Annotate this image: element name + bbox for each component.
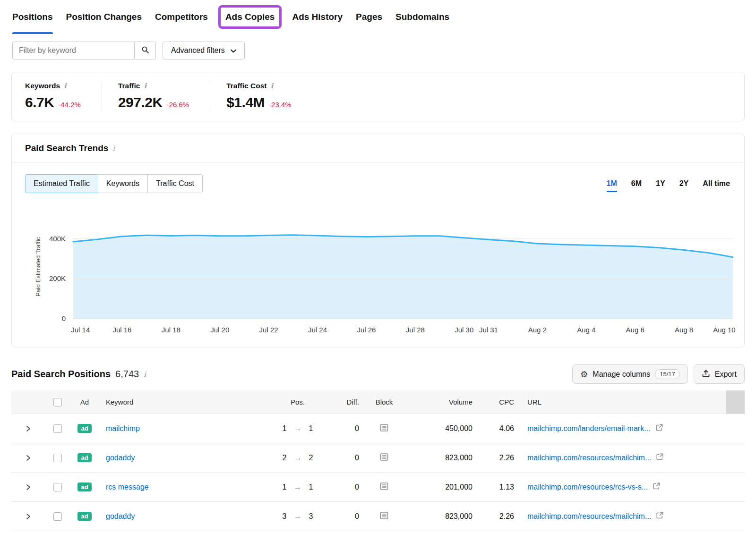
keyword-link[interactable]: mailchimp [99,424,140,433]
columns-count-badge: 15/17 [655,369,680,379]
block-icon[interactable] [379,482,389,493]
search-icon [141,46,149,55]
url-link[interactable]: mailchimp.com/resources/mailchim... [527,512,651,521]
paid-search-trends-card: Paid Search Trends i Estimated Traffic K… [11,134,745,347]
tab-position-changes[interactable]: Position Changes [66,0,142,34]
positions-header: Paid Search Positions 6,743 i ⚙ Manage c… [11,364,745,384]
url-link[interactable]: mailchimp.com/resources/rcs-vs-s... [527,483,648,491]
url-link[interactable]: mailchimp.com/landers/email-mark... [527,424,651,433]
col-header-keyword[interactable]: Keyword [99,398,133,406]
y-tick-label: 400K [49,235,66,243]
toggle-keywords[interactable]: Keywords [98,174,148,193]
tab-pages[interactable]: Pages [356,0,382,34]
block-icon[interactable] [379,511,389,522]
positions-count: 6,743 [115,369,139,380]
col-header-ad[interactable]: Ad [80,398,89,406]
ad-badge: ad [77,424,91,433]
col-header-cpc[interactable]: CPC [499,398,518,406]
keyword-link[interactable]: godaddy [99,454,135,462]
positions-table: Ad Keyword Pos. Diff. Block Volume CPC U… [11,390,745,531]
volume-value: 450,000 [445,424,475,433]
keyword-link[interactable]: godaddy [99,512,135,521]
external-link-icon[interactable] [655,423,663,433]
external-link-icon[interactable] [656,453,664,463]
x-tick-label: Jul 18 [162,326,180,334]
col-header-url[interactable]: URL [518,398,541,406]
tab-subdomains[interactable]: Subdomains [395,0,449,34]
tab-competitors[interactable]: Competitors [155,0,208,34]
export-button[interactable]: Export [694,364,745,384]
x-tick-label: Jul 26 [357,326,376,334]
tab-ads-history[interactable]: Ads History [292,0,343,34]
keyword-filter [12,42,156,59]
info-icon[interactable]: i [144,82,146,90]
search-button[interactable] [134,42,156,59]
range-1y[interactable]: 1Y [656,179,665,188]
range-all-time[interactable]: All time [703,179,730,188]
external-link-icon[interactable] [653,482,661,492]
x-tick-label: Jul 22 [259,326,278,334]
cpc-value: 1.13 [499,483,518,491]
row-checkbox[interactable] [53,512,62,521]
table-row: ad mailchimp 1 → 1 0 450,000 4.06 mailch… [11,414,745,443]
info-icon[interactable]: i [64,82,67,90]
row-checkbox[interactable] [53,424,62,433]
keyword-link[interactable]: rcs message [99,483,149,491]
summary-stats-card: Keywords i 6.7K -44.2% Traffic i 297.2K … [11,72,745,121]
x-tick-label: Jul 14 [71,326,90,334]
stat-keywords-label: Keywords [25,82,60,90]
position-cell: 1 → 1 [269,424,326,433]
trend-chart: Paid Estimated Traffic 400K200K0 [12,215,744,319]
x-tick-label: Aug 2 [528,326,547,334]
position-to: 1 [309,483,313,491]
expand-row-button[interactable] [22,481,35,494]
advanced-filters-button[interactable]: Advanced filters [163,42,245,59]
stat-traffic-value: 297.2K [118,94,163,110]
x-tick-label: Aug 4 [577,326,595,334]
stat-traffic-cost: Traffic Cost i $1.4M -23.4% [210,82,312,110]
tab-ads-copies[interactable]: Ads Copies [218,5,282,29]
export-icon [702,369,710,380]
stat-traffic-change: -26.6% [167,101,189,109]
manage-columns-button[interactable]: ⚙ Manage columns 15/17 [572,364,688,384]
stat-keywords: Keywords i 6.7K -44.2% [25,82,102,110]
range-6m[interactable]: 6M [631,179,642,188]
row-checkbox[interactable] [53,454,62,462]
table-scrollbar[interactable] [726,390,745,414]
block-icon[interactable] [379,452,389,464]
info-icon[interactable]: i [112,144,115,152]
range-1m[interactable]: 1M [607,179,617,188]
stat-traffic-cost-label: Traffic Cost [226,82,266,90]
expand-row-button[interactable] [22,422,35,435]
col-header-volume[interactable]: Volume [449,398,475,406]
url-link[interactable]: mailchimp.com/resources/mailchim... [527,454,651,462]
col-header-block[interactable]: Block [376,398,393,406]
col-header-pos[interactable]: Pos. [291,398,305,406]
stat-keywords-change: -44.2% [58,101,81,109]
col-header-diff[interactable]: Diff. [347,398,364,406]
info-icon[interactable]: i [144,370,146,379]
x-tick-label: Jul 31 [479,326,498,334]
filter-row: Advanced filters [0,42,756,59]
toggle-estimated-traffic[interactable]: Estimated Traffic [25,174,98,193]
table-header-row: Ad Keyword Pos. Diff. Block Volume CPC U… [11,390,745,414]
range-2y[interactable]: 2Y [679,179,689,188]
y-tick-label: 200K [49,274,66,282]
stat-traffic-cost-change: -23.4% [269,101,292,109]
x-tick-label: Aug 8 [675,326,693,334]
row-checkbox[interactable] [53,483,62,491]
info-icon[interactable]: i [270,82,273,90]
select-all-checkbox[interactable] [53,398,62,406]
x-tick-label: Aug 6 [626,326,644,334]
block-icon[interactable] [379,423,389,434]
table-row: ad rcs message 1 → 1 0 201,000 1.13 mail… [11,473,745,502]
expand-row-button[interactable] [22,510,35,523]
cpc-value: 2.26 [499,454,518,462]
tab-positions[interactable]: Positions [12,0,53,34]
position-from: 1 [283,424,287,433]
toggle-traffic-cost[interactable]: Traffic Cost [147,174,203,193]
external-link-icon[interactable] [656,511,664,521]
expand-row-button[interactable] [22,451,35,465]
keyword-filter-input[interactable] [12,42,134,59]
position-from: 2 [283,454,287,462]
